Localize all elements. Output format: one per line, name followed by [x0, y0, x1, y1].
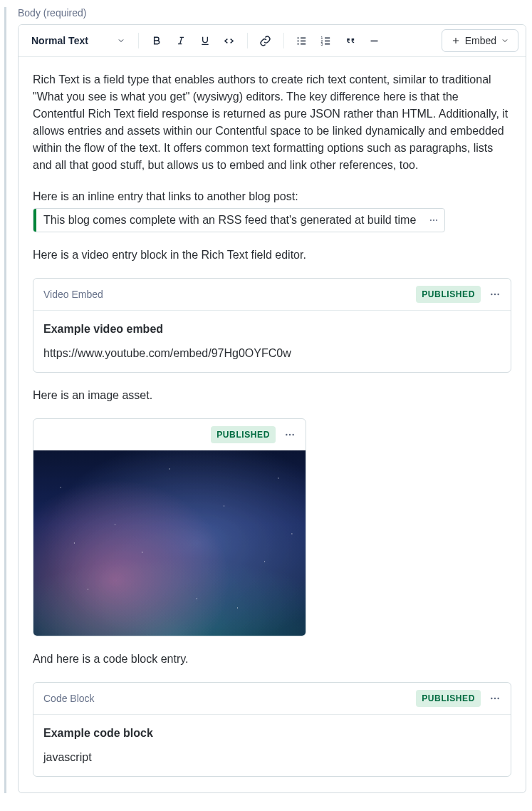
link-button[interactable]	[255, 30, 276, 51]
italic-button[interactable]	[170, 30, 192, 51]
list-ul-icon	[296, 35, 308, 47]
code-button[interactable]	[219, 30, 240, 51]
svg-point-7	[433, 219, 434, 221]
block-language: javascript	[43, 749, 501, 766]
ellipsis-icon	[429, 215, 439, 225]
svg-point-12	[286, 434, 287, 435]
ordered-list-button[interactable]: 123	[315, 30, 337, 51]
text-format-label: Normal Text	[31, 35, 88, 46]
chevron-down-icon	[117, 36, 125, 45]
bold-icon	[151, 35, 162, 46]
svg-text:3: 3	[321, 42, 323, 46]
svg-point-11	[497, 294, 499, 295]
block-actions[interactable]	[489, 693, 501, 704]
svg-point-14	[292, 434, 293, 435]
field-label: Body (required)	[18, 7, 526, 19]
image-asset-block[interactable]: PUBLISHED	[33, 418, 306, 636]
block-header: Code Block PUBLISHED	[33, 683, 511, 715]
block-type-label: Video Embed	[43, 287, 103, 302]
status-badge: PUBLISHED	[416, 690, 481, 707]
paragraph[interactable]: Rich Text is a field type that enables a…	[33, 71, 511, 174]
status-badge: PUBLISHED	[416, 286, 481, 303]
inline-entry[interactable]: This blog comes complete with an RSS fee…	[33, 208, 445, 232]
svg-point-9	[491, 294, 492, 295]
embed-button[interactable]: Embed	[442, 29, 518, 52]
paragraph[interactable]: Here is an image asset.	[33, 387, 511, 404]
status-badge: PUBLISHED	[211, 426, 276, 443]
text-format-select[interactable]: Normal Text	[26, 32, 131, 49]
hr-button[interactable]	[364, 30, 385, 51]
plus-icon	[451, 36, 461, 46]
field-body: Body (required) Normal Text	[4, 7, 526, 793]
ellipsis-icon	[284, 429, 296, 440]
ellipsis-icon	[489, 693, 501, 704]
editor-content[interactable]: Rich Text is a field type that enables a…	[19, 57, 526, 792]
svg-point-2	[298, 43, 299, 44]
ellipsis-icon	[489, 289, 501, 300]
block-type-label: Code Block	[43, 691, 95, 706]
paragraph[interactable]: Here is a video entry block in the Rich …	[33, 247, 511, 264]
italic-icon	[175, 35, 187, 46]
link-icon	[259, 35, 271, 47]
list-ol-icon: 123	[320, 35, 332, 47]
toolbar-separator	[138, 33, 139, 48]
block-url: https://www.youtube.com/embed/97Hg0OYFC0…	[43, 345, 501, 362]
block-header: Video Embed PUBLISHED	[33, 279, 511, 311]
svg-point-13	[289, 434, 291, 435]
inline-entry-text: This blog comes complete with an RSS fee…	[36, 209, 423, 232]
block-body: Example video embed https://www.youtube.…	[33, 311, 511, 372]
asset-image	[33, 450, 306, 636]
chevron-down-icon	[501, 36, 509, 45]
block-actions[interactable]	[489, 289, 501, 300]
block-body: Example code block javascript	[33, 715, 511, 776]
svg-point-15	[491, 698, 492, 699]
underline-button[interactable]	[194, 30, 216, 51]
paragraph[interactable]: And here is a code block entry.	[33, 651, 511, 668]
toolbar-separator	[247, 33, 248, 48]
bold-button[interactable]	[146, 30, 167, 51]
bullet-list-button[interactable]	[291, 30, 313, 51]
block-title: Example code block	[43, 725, 501, 742]
svg-point-16	[494, 698, 496, 699]
embed-label: Embed	[465, 35, 496, 46]
paragraph[interactable]: Here is an inline entry that links to an…	[33, 188, 511, 205]
underline-icon	[199, 35, 211, 46]
rich-text-editor: Normal Text	[18, 24, 526, 793]
minus-icon	[368, 35, 380, 47]
video-embed-block[interactable]: Video Embed PUBLISHED Example video embe…	[33, 278, 511, 373]
code-block[interactable]: Code Block PUBLISHED Example code block …	[33, 682, 511, 777]
block-actions[interactable]	[284, 429, 296, 440]
svg-point-8	[436, 219, 437, 221]
block-header: PUBLISHED	[33, 419, 306, 450]
editor-toolbar: Normal Text	[19, 25, 526, 57]
svg-point-1	[298, 40, 299, 41]
quote-icon	[344, 35, 356, 47]
toolbar-separator	[283, 33, 284, 48]
svg-point-10	[494, 294, 496, 295]
svg-point-6	[430, 219, 432, 221]
quote-button[interactable]	[340, 30, 361, 51]
svg-point-17	[497, 698, 499, 699]
svg-point-0	[298, 37, 299, 38]
inline-entry-actions[interactable]	[423, 209, 444, 232]
block-title: Example video embed	[43, 321, 501, 338]
code-icon	[223, 35, 235, 47]
